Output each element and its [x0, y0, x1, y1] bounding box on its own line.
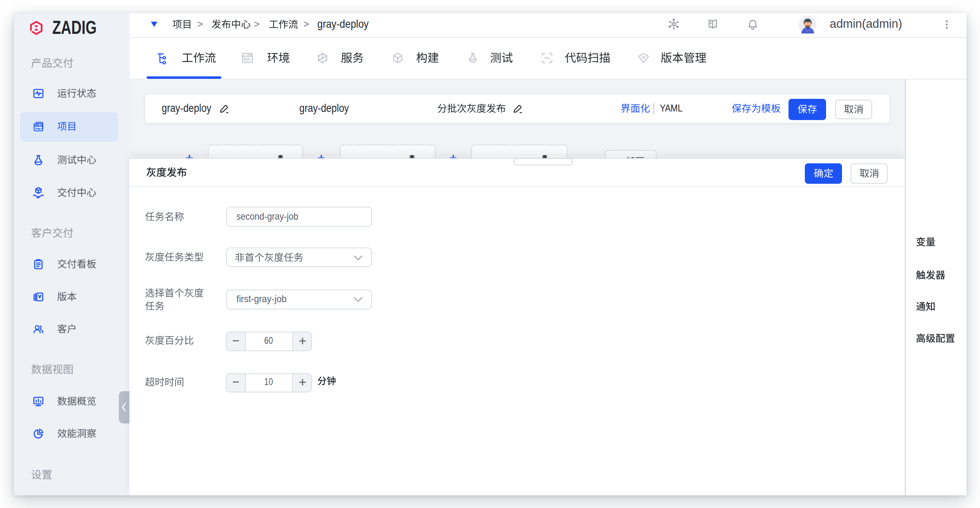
svg-text:PM: PM	[36, 127, 40, 131]
